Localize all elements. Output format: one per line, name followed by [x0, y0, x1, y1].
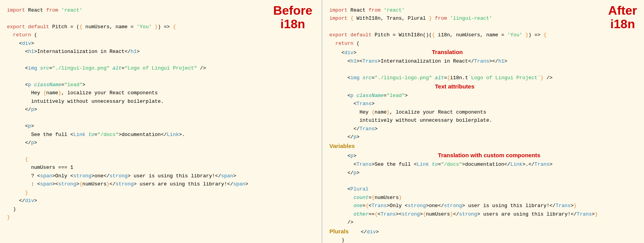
- left-code: import React from 'react' export default…: [7, 6, 315, 221]
- right-panel: After i18n import React from 'react' imp…: [322, 0, 644, 243]
- left-panel: Before i18n import React from 'react' ex…: [0, 0, 322, 243]
- left-title: Before i18n: [273, 4, 312, 31]
- right-code: import React from 'react' import { WithI…: [329, 6, 637, 243]
- right-title: After i18n: [608, 4, 637, 31]
